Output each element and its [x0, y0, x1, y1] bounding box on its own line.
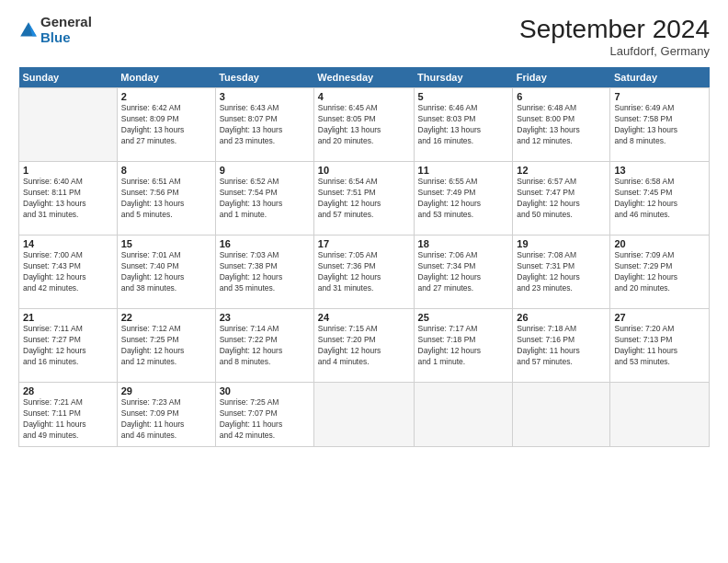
day-number: 12	[517, 165, 606, 176]
day-number: 5	[418, 91, 509, 102]
day-info: Sunrise: 6:54 AMSunset: 7:51 PMDaylight:…	[318, 177, 410, 221]
day-number: 4	[318, 91, 410, 102]
day-info: Sunrise: 7:00 AMSunset: 7:43 PMDaylight:…	[23, 250, 113, 294]
calendar-day-cell: 13Sunrise: 6:58 AMSunset: 7:45 PMDayligh…	[610, 162, 710, 236]
day-number: 13	[614, 165, 705, 176]
calendar-day-cell: 29Sunrise: 7:23 AMSunset: 7:09 PMDayligh…	[117, 383, 215, 447]
calendar-day-cell: 15Sunrise: 7:01 AMSunset: 7:40 PMDayligh…	[117, 236, 215, 309]
day-info: Sunrise: 6:45 AMSunset: 8:05 PMDaylight:…	[318, 103, 410, 147]
calendar-day-cell: 8Sunrise: 6:51 AMSunset: 7:56 PMDaylight…	[117, 162, 215, 236]
day-info: Sunrise: 6:42 AMSunset: 8:09 PMDaylight:…	[121, 103, 211, 147]
calendar-day-cell	[414, 383, 513, 447]
calendar-day-cell: 23Sunrise: 7:14 AMSunset: 7:22 PMDayligh…	[215, 309, 313, 383]
day-info: Sunrise: 7:20 AMSunset: 7:13 PMDaylight:…	[614, 324, 705, 368]
calendar-day-cell: 4Sunrise: 6:45 AMSunset: 8:05 PMDaylight…	[313, 88, 414, 162]
logo: General Blue	[18, 15, 92, 45]
calendar-day-cell: 21Sunrise: 7:11 AMSunset: 7:27 PMDayligh…	[19, 309, 118, 383]
day-info: Sunrise: 7:05 AMSunset: 7:36 PMDaylight:…	[318, 250, 410, 294]
day-info: Sunrise: 6:52 AMSunset: 7:54 PMDaylight:…	[220, 177, 310, 221]
calendar-header-row: Sunday Monday Tuesday Wednesday Thursday…	[19, 67, 710, 88]
calendar-week-row: 28Sunrise: 7:21 AMSunset: 7:11 PMDayligh…	[19, 383, 710, 447]
day-info: Sunrise: 7:14 AMSunset: 7:22 PMDaylight:…	[220, 324, 310, 368]
location: Laufdorf, Germany	[519, 44, 710, 58]
calendar-day-cell: 10Sunrise: 6:54 AMSunset: 7:51 PMDayligh…	[313, 162, 414, 236]
day-number: 21	[23, 312, 113, 323]
day-number: 22	[121, 312, 211, 323]
calendar-day-cell: 5Sunrise: 6:46 AMSunset: 8:03 PMDaylight…	[414, 88, 513, 162]
calendar-day-cell: 20Sunrise: 7:09 AMSunset: 7:29 PMDayligh…	[610, 236, 710, 309]
day-info: Sunrise: 7:01 AMSunset: 7:40 PMDaylight:…	[121, 250, 211, 294]
calendar-day-cell: 24Sunrise: 7:15 AMSunset: 7:20 PMDayligh…	[313, 309, 414, 383]
day-info: Sunrise: 7:18 AMSunset: 7:16 PMDaylight:…	[517, 324, 606, 368]
day-number: 14	[23, 238, 113, 249]
day-number: 11	[418, 165, 509, 176]
calendar-day-cell: 1Sunrise: 6:40 AMSunset: 8:11 PMDaylight…	[19, 162, 118, 236]
calendar-week-row: 14Sunrise: 7:00 AMSunset: 7:43 PMDayligh…	[19, 236, 710, 309]
calendar-day-cell	[513, 383, 610, 447]
day-number: 10	[318, 165, 410, 176]
day-info: Sunrise: 7:17 AMSunset: 7:18 PMDaylight:…	[418, 324, 509, 368]
day-info: Sunrise: 7:25 AMSunset: 7:07 PMDaylight:…	[220, 397, 310, 442]
day-number: 2	[121, 91, 211, 102]
day-info: Sunrise: 7:08 AMSunset: 7:31 PMDaylight:…	[517, 250, 606, 294]
calendar-day-cell: 11Sunrise: 6:55 AMSunset: 7:49 PMDayligh…	[414, 162, 513, 236]
calendar-day-cell: 27Sunrise: 7:20 AMSunset: 7:13 PMDayligh…	[610, 309, 710, 383]
day-number: 28	[23, 385, 113, 396]
calendar-day-cell: 30Sunrise: 7:25 AMSunset: 7:07 PMDayligh…	[215, 383, 313, 447]
month-title: September 2024	[519, 15, 710, 44]
day-info: Sunrise: 7:12 AMSunset: 7:25 PMDaylight:…	[121, 324, 211, 368]
col-thursday: Thursday	[414, 67, 513, 88]
day-number: 30	[220, 385, 310, 396]
day-info: Sunrise: 6:58 AMSunset: 7:45 PMDaylight:…	[614, 177, 705, 221]
day-number: 1	[23, 165, 113, 176]
calendar-week-row: 2Sunrise: 6:42 AMSunset: 8:09 PMDaylight…	[19, 88, 710, 162]
day-info: Sunrise: 6:48 AMSunset: 8:00 PMDaylight:…	[517, 103, 606, 147]
calendar-day-cell: 22Sunrise: 7:12 AMSunset: 7:25 PMDayligh…	[117, 309, 215, 383]
day-info: Sunrise: 7:21 AMSunset: 7:11 PMDaylight:…	[23, 397, 113, 442]
day-number: 16	[220, 238, 310, 249]
logo-blue-text: Blue	[40, 29, 71, 45]
calendar-day-cell	[610, 383, 710, 447]
calendar-day-cell: 7Sunrise: 6:49 AMSunset: 7:58 PMDaylight…	[610, 88, 710, 162]
calendar-day-cell: 25Sunrise: 7:17 AMSunset: 7:18 PMDayligh…	[414, 309, 513, 383]
day-info: Sunrise: 6:51 AMSunset: 7:56 PMDaylight:…	[121, 177, 211, 221]
day-info: Sunrise: 6:43 AMSunset: 8:07 PMDaylight:…	[220, 103, 310, 147]
calendar-day-cell: 18Sunrise: 7:06 AMSunset: 7:34 PMDayligh…	[414, 236, 513, 309]
day-number: 25	[418, 312, 509, 323]
page: General Blue September 2024 Laufdorf, Ge…	[0, 0, 728, 563]
calendar-table: Sunday Monday Tuesday Wednesday Thursday…	[18, 67, 710, 447]
calendar-day-cell: 14Sunrise: 7:00 AMSunset: 7:43 PMDayligh…	[19, 236, 118, 309]
day-info: Sunrise: 6:57 AMSunset: 7:47 PMDaylight:…	[517, 177, 606, 221]
calendar-day-cell: 16Sunrise: 7:03 AMSunset: 7:38 PMDayligh…	[215, 236, 313, 309]
col-saturday: Saturday	[610, 67, 710, 88]
calendar-day-cell: 12Sunrise: 6:57 AMSunset: 7:47 PMDayligh…	[513, 162, 610, 236]
col-monday: Monday	[117, 67, 215, 88]
day-info: Sunrise: 6:55 AMSunset: 7:49 PMDaylight:…	[418, 177, 509, 221]
calendar-week-row: 21Sunrise: 7:11 AMSunset: 7:27 PMDayligh…	[19, 309, 710, 383]
day-number: 17	[318, 238, 410, 249]
title-block: September 2024 Laufdorf, Germany	[519, 15, 710, 58]
calendar-day-cell: 19Sunrise: 7:08 AMSunset: 7:31 PMDayligh…	[513, 236, 610, 309]
day-number: 29	[121, 385, 211, 396]
calendar-day-cell: 28Sunrise: 7:21 AMSunset: 7:11 PMDayligh…	[19, 383, 118, 447]
day-number: 23	[220, 312, 310, 323]
day-info: Sunrise: 6:49 AMSunset: 7:58 PMDaylight:…	[614, 103, 705, 147]
calendar-day-cell: 17Sunrise: 7:05 AMSunset: 7:36 PMDayligh…	[313, 236, 414, 309]
calendar-day-cell: 3Sunrise: 6:43 AMSunset: 8:07 PMDaylight…	[215, 88, 313, 162]
day-number: 6	[517, 91, 606, 102]
day-number: 19	[517, 238, 606, 249]
calendar-day-cell: 26Sunrise: 7:18 AMSunset: 7:16 PMDayligh…	[513, 309, 610, 383]
calendar-week-row: 1Sunrise: 6:40 AMSunset: 8:11 PMDaylight…	[19, 162, 710, 236]
day-number: 18	[418, 238, 509, 249]
col-wednesday: Wednesday	[313, 67, 414, 88]
calendar-day-cell	[313, 383, 414, 447]
day-info: Sunrise: 7:11 AMSunset: 7:27 PMDaylight:…	[23, 324, 113, 368]
day-number: 3	[220, 91, 310, 102]
calendar-day-cell	[19, 88, 118, 162]
header: General Blue September 2024 Laufdorf, Ge…	[18, 15, 710, 58]
logo-icon	[18, 20, 39, 40]
col-sunday: Sunday	[19, 67, 118, 88]
day-number: 9	[220, 165, 310, 176]
day-number: 20	[614, 238, 705, 249]
logo-general-text: General	[40, 14, 92, 29]
